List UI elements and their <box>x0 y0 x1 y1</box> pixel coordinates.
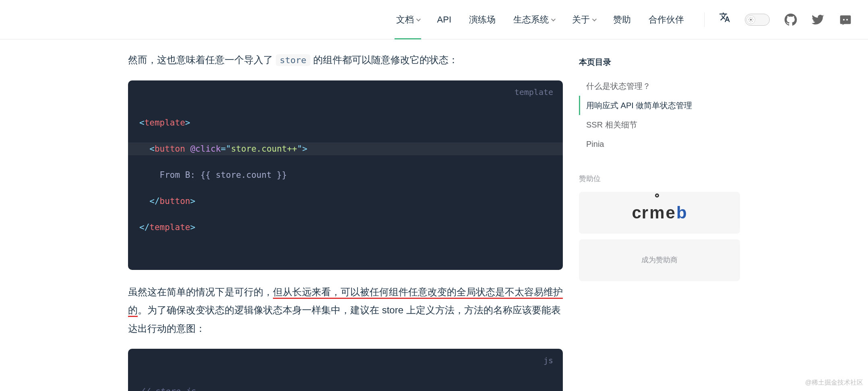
emphasis-red: 但从长远来看，可以被任何组件任意改变的全局状态是不太容 <box>273 286 534 297</box>
article-content: 然而，这也意味着任意一个导入了 store 的组件都可以随意修改它的状态： te… <box>128 39 563 391</box>
toc-item-label: 什么是状态管理？ <box>586 82 651 91</box>
svg-line-8 <box>752 18 752 18</box>
twitter-icon[interactable] <box>812 13 825 26</box>
nav-sponsor[interactable]: 赞助 <box>612 0 632 39</box>
text: 然而，这也意味着任意一个导入了 <box>128 54 276 65</box>
nav-api-label: API <box>437 12 451 27</box>
sponsor-heading: 赞助位 <box>579 173 740 185</box>
paragraph-intro: 然而，这也意味着任意一个导入了 store 的组件都可以随意修改它的状态： <box>128 51 563 69</box>
paragraph-warning: 虽然这在简单的情况下是可行的，但从长远来看，可以被任何组件任意改变的全局状态是不… <box>128 283 563 338</box>
toc-item-label: Pinia <box>586 140 604 148</box>
text: 。为了确保改变状态的逻辑像状态本身一样集中，建议在 store 上定义方法，方法… <box>128 305 561 334</box>
nav-about-label: 关于 <box>572 12 590 27</box>
toc-title: 本页目录 <box>579 56 740 68</box>
nav-ecosystem-label: 生态系统 <box>513 12 549 27</box>
become-sponsor[interactable]: 成为赞助商 <box>579 239 740 281</box>
text: 的组件都可以随意修改它的状态： <box>313 54 458 65</box>
svg-point-0 <box>750 19 752 21</box>
toc-item-pinia[interactable]: Pinia <box>579 134 740 154</box>
nav-playground[interactable]: 演练场 <box>467 0 497 39</box>
nav-sponsor-label: 赞助 <box>613 12 631 27</box>
toc-item-label: SSR 相关细节 <box>586 120 637 129</box>
top-nav: 文档 API 演练场 生态系统 关于 赞助 合作伙伴 <box>0 0 868 39</box>
nav-partners-label: 合作伙伴 <box>649 12 684 27</box>
theme-toggle-knob <box>746 15 755 24</box>
toc-item-reactive-api[interactable]: 用响应式 API 做简单状态管理 <box>579 96 740 115</box>
nav-ecosystem[interactable]: 生态系统 <box>512 0 556 39</box>
chevron-down-icon <box>416 16 420 21</box>
sponsor-crmeb[interactable]: crmeb <box>579 192 740 234</box>
sun-icon <box>748 17 754 23</box>
code-block-js: js // store.js import { reactive } from … <box>128 349 563 391</box>
svg-line-3 <box>749 18 749 18</box>
code-lang-tag: js <box>544 354 553 367</box>
chevron-down-icon <box>551 16 556 21</box>
svg-line-4 <box>752 21 752 21</box>
nav-docs[interactable]: 文档 <box>395 0 421 39</box>
code-lang-tag: template <box>515 86 553 99</box>
nav-partners[interactable]: 合作伙伴 <box>647 0 686 39</box>
nav-playground-label: 演练场 <box>469 12 496 27</box>
inline-code-store: store <box>276 54 310 66</box>
nav-about[interactable]: 关于 <box>570 0 597 39</box>
nav-docs-label: 文档 <box>396 12 414 27</box>
discord-icon[interactable] <box>839 13 852 26</box>
sidebar: 本页目录 什么是状态管理？ 用响应式 API 做简单状态管理 SSR 相关细节 … <box>579 39 740 391</box>
nav-separator <box>704 12 705 27</box>
become-sponsor-label: 成为赞助商 <box>641 254 678 266</box>
text: 虽然这在简单的情况下是可行的， <box>128 286 273 297</box>
nav-api[interactable]: API <box>436 0 453 39</box>
watermark: @稀土掘金技术社区 <box>805 377 863 388</box>
code-block-template: template <template> <button @click="stor… <box>128 80 563 270</box>
svg-line-7 <box>749 21 749 21</box>
toc-item-what-is[interactable]: 什么是状态管理？ <box>579 76 740 96</box>
theme-toggle[interactable] <box>745 14 770 26</box>
github-icon[interactable] <box>784 13 797 26</box>
language-switch-icon[interactable] <box>719 12 730 27</box>
toc-item-ssr[interactable]: SSR 相关细节 <box>579 115 740 134</box>
toc-item-label: 用响应式 API 做简单状态管理 <box>586 101 692 110</box>
chevron-down-icon <box>592 16 597 21</box>
